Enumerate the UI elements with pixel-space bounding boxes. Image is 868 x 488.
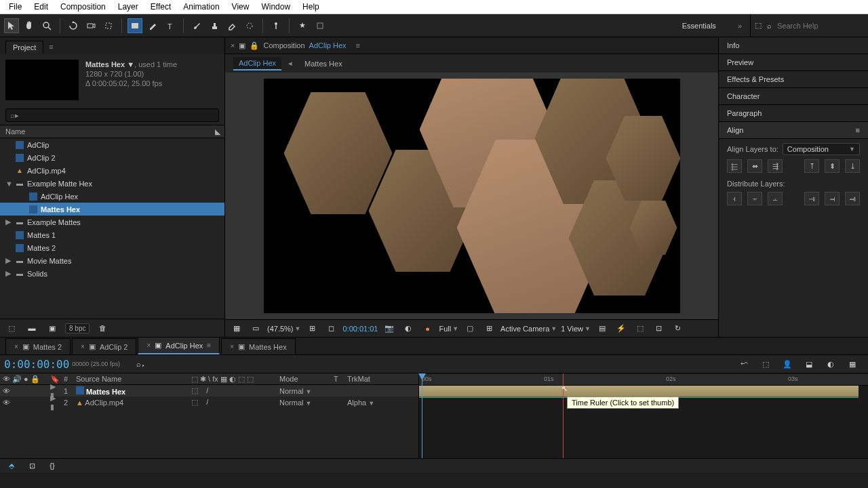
- label-icon[interactable]: ◣: [215, 127, 220, 136]
- rotation-tool[interactable]: [66, 18, 81, 33]
- asset-item[interactable]: ▶▬Solids: [0, 267, 224, 280]
- effects-presets-panel[interactable]: Effects & Presets: [719, 71, 868, 88]
- camera-dropdown[interactable]: Active Camera ▼: [500, 325, 557, 333]
- workspace-selector[interactable]: Essentials: [669, 20, 730, 31]
- asset-item[interactable]: ▼▬Example Matte Hex: [0, 177, 224, 190]
- brush-tool[interactable]: [189, 18, 204, 33]
- shy-icon[interactable]: 👤: [780, 357, 795, 371]
- resolution-icon[interactable]: ⊞: [304, 321, 319, 336]
- align-top-icon[interactable]: ⤒: [804, 159, 819, 173]
- toggle-switches-icon[interactable]: ⬘: [4, 458, 19, 473]
- close-tab-icon[interactable]: ×: [14, 343, 18, 350]
- resolution-dropdown[interactable]: Full ▼: [439, 325, 458, 333]
- roto-brush-tool[interactable]: [242, 18, 257, 33]
- sync-settings-icon[interactable]: ⬚: [755, 21, 762, 30]
- toggle-modes-icon[interactable]: ⊡: [24, 458, 39, 473]
- menu-view[interactable]: View: [226, 1, 256, 13]
- zoom-dropdown[interactable]: (47.5%) ▼: [267, 325, 300, 333]
- motion-blur-icon[interactable]: ◐: [823, 357, 838, 371]
- timeline-tab[interactable]: ×▣Mattes Hex: [221, 338, 295, 354]
- frame-blend-icon[interactable]: ⬓: [802, 357, 816, 371]
- distribute-vcenter-icon[interactable]: ⫟: [747, 192, 762, 205]
- asset-item[interactable]: Mattes Hex: [0, 203, 224, 216]
- pixel-aspect-icon[interactable]: ▤: [595, 321, 610, 336]
- new-comp-icon[interactable]: ▣: [45, 321, 60, 336]
- breadcrumb-child[interactable]: Mattes Hex: [299, 58, 348, 70]
- close-tab-icon[interactable]: ×: [146, 342, 151, 349]
- paragraph-panel[interactable]: Paragraph: [719, 105, 868, 122]
- timeline-tab[interactable]: ×▣AdClip 2: [72, 338, 136, 354]
- eraser-tool[interactable]: [224, 18, 239, 33]
- close-tab-icon[interactable]: ×: [230, 343, 234, 350]
- show-snapshot-icon[interactable]: ◐: [401, 321, 416, 336]
- draft-3d-icon[interactable]: ⬚: [758, 357, 773, 371]
- panel-menu-icon[interactable]: ≡: [43, 43, 58, 51]
- align-bottom-icon[interactable]: ⤓: [845, 159, 860, 173]
- view-layout-dropdown[interactable]: 1 View ▼: [561, 325, 591, 333]
- project-tab[interactable]: Project: [5, 41, 43, 54]
- asset-item[interactable]: ▶▬Example Mattes: [0, 216, 224, 228]
- align-vcenter-icon[interactable]: ⬍: [825, 159, 840, 173]
- roi-icon[interactable]: ▢: [462, 321, 477, 336]
- current-time-indicator[interactable]: [422, 373, 422, 458]
- project-list-header[interactable]: Name◣: [0, 125, 224, 138]
- preview-panel[interactable]: Preview: [719, 54, 868, 71]
- align-panel-header[interactable]: Align≡: [719, 122, 868, 139]
- menu-composition[interactable]: Composition: [54, 1, 112, 13]
- exposure-reset-icon[interactable]: ↻: [671, 321, 686, 336]
- asset-item[interactable]: AdClip: [0, 138, 224, 151]
- monitor-icon[interactable]: ▭: [248, 321, 263, 336]
- interpret-footage-icon[interactable]: ⬚: [4, 321, 19, 336]
- align-right-icon[interactable]: ⇶: [768, 159, 783, 173]
- align-left-icon[interactable]: ⬱: [727, 159, 742, 173]
- composition-canvas[interactable]: [264, 79, 680, 313]
- selection-tool[interactable]: [4, 18, 19, 33]
- lock-icon[interactable]: 🔒: [250, 41, 259, 50]
- project-bpc[interactable]: 8 bpc: [65, 323, 90, 333]
- distribute-left-icon[interactable]: ⫣: [804, 192, 819, 205]
- menu-window[interactable]: Window: [255, 1, 296, 13]
- rectangle-tool[interactable]: [127, 18, 142, 33]
- distribute-right-icon[interactable]: ⫥: [845, 192, 860, 205]
- breadcrumb-root[interactable]: AdClip Hex: [233, 57, 281, 70]
- camera-tool[interactable]: [83, 18, 98, 33]
- snap-icon[interactable]: [313, 18, 328, 33]
- menu-edit[interactable]: Edit: [28, 1, 54, 13]
- menu-layer[interactable]: Layer: [112, 1, 144, 13]
- time-display[interactable]: 0:00:01:01: [342, 325, 378, 333]
- timeline-search-icon[interactable]: ⌕▸: [134, 357, 149, 371]
- transparency-grid-icon[interactable]: ▦: [229, 321, 244, 336]
- project-search[interactable]: ⌕▸: [5, 108, 219, 122]
- menu-effect[interactable]: Effect: [144, 1, 177, 13]
- composition-viewer[interactable]: [225, 73, 718, 319]
- layer-bar-1[interactable]: [419, 386, 859, 397]
- timeline-layer-row[interactable]: 👁▶ ▮2▲ AdClip.mp4⬚ / Normal ▼Alpha ▼: [0, 396, 418, 408]
- clone-stamp-tool[interactable]: [207, 18, 222, 33]
- channel-icon[interactable]: ●: [420, 321, 435, 336]
- align-hcenter-icon[interactable]: ⬌: [747, 159, 762, 173]
- timeline-tab[interactable]: ×▣Mattes 2: [5, 338, 71, 354]
- asset-item[interactable]: ▲AdClip.mp4: [0, 164, 224, 177]
- character-panel[interactable]: Character: [719, 88, 868, 105]
- timeline-tab[interactable]: ×▣AdClip Hex ≡: [138, 337, 220, 354]
- zoom-tool[interactable]: [39, 18, 54, 33]
- puppet-pin-tool[interactable]: [269, 18, 283, 33]
- time-ruler[interactable]: 00s 01s 02s 03s: [419, 374, 868, 386]
- timeline-timecode[interactable]: 0:00:00:00: [4, 358, 69, 371]
- comp-mini-flowchart-icon[interactable]: ⬿: [736, 357, 751, 371]
- toggle-brackets-icon[interactable]: {}: [45, 458, 60, 473]
- graph-editor-icon[interactable]: ▦: [845, 357, 860, 371]
- search-help-input[interactable]: [777, 22, 859, 30]
- asset-item[interactable]: ▶▬Movie Mattes: [0, 254, 224, 267]
- comp-title[interactable]: AdClip Hex: [309, 41, 347, 49]
- timeline-layer-row[interactable]: 👁▶ ▮1 Mattes Hex⬚ / Normal ▼: [0, 385, 418, 396]
- type-tool[interactable]: T: [163, 18, 178, 33]
- info-panel[interactable]: Info: [719, 37, 868, 54]
- grid-icon[interactable]: ⊞: [481, 321, 496, 336]
- pen-tool[interactable]: [145, 18, 160, 33]
- snapshot-icon[interactable]: 📷: [382, 321, 397, 336]
- new-folder-icon[interactable]: ▬: [24, 321, 39, 336]
- trash-icon[interactable]: 🗑: [95, 321, 110, 336]
- fast-previews-icon[interactable]: ⚡: [614, 321, 629, 336]
- flowchart-icon[interactable]: ⊡: [652, 321, 667, 336]
